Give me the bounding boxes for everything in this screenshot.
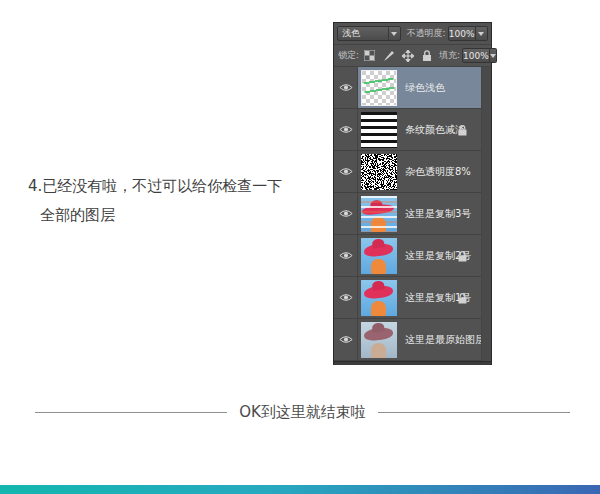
note-line-2: 全部的图层 (28, 201, 282, 230)
layer-row[interactable]: 绿色浅色 (334, 67, 491, 109)
footer-divider: OK到这里就结束啦 (0, 403, 600, 422)
layer-name: 条纹颜色减淡 (405, 123, 465, 137)
bottom-gradient-strip (0, 485, 600, 494)
layer-name: 绿色浅色 (405, 81, 445, 95)
visibility-toggle[interactable] (334, 235, 358, 276)
layer-lock-icon (458, 251, 467, 262)
visibility-toggle[interactable] (334, 67, 358, 108)
photo-hat-shape (363, 284, 393, 299)
fill-dropdown-button[interactable] (490, 48, 497, 63)
eye-icon (339, 251, 353, 260)
layer-row[interactable]: 这里是复制2号 (334, 235, 491, 277)
blend-opacity-bar: 浅色 不透明度: 100% (334, 23, 491, 45)
layer-thumbnail[interactable] (361, 112, 397, 148)
layer-name: 这里是复制3号 (405, 207, 471, 221)
layer-thumbnail[interactable] (361, 280, 397, 316)
visibility-toggle[interactable] (334, 319, 358, 360)
lock-all-icon[interactable] (420, 49, 433, 62)
photo-hat-shape (363, 242, 393, 257)
layers-panel: 浅色 不透明度: 100% 锁定: (333, 22, 492, 365)
visibility-toggle[interactable] (334, 151, 358, 192)
opacity-label: 不透明度: (407, 27, 446, 40)
layer-row[interactable]: 这里是复制1号 (334, 277, 491, 319)
layer-row[interactable]: 杂色透明度8% (334, 151, 491, 193)
layer-row-body[interactable]: 杂色透明度8% (358, 151, 481, 192)
layer-thumbnail[interactable] (361, 154, 397, 190)
green-scribble (363, 76, 394, 95)
fill-input[interactable]: 100% (462, 48, 490, 63)
eye-icon (339, 335, 353, 344)
layer-row-body[interactable]: 条纹颜色减淡 (358, 109, 481, 150)
photo-hat-shape (363, 326, 393, 341)
layer-thumbnail[interactable] (361, 238, 397, 274)
photo-person-shape (371, 301, 386, 316)
layer-name: 这里是最原始图层 (405, 333, 485, 347)
layer-name: 杂色透明度8% (405, 165, 471, 179)
layer-row-body[interactable]: 这里是复制2号 (358, 235, 481, 276)
visibility-toggle[interactable] (334, 193, 358, 234)
layer-row-body[interactable]: 这里是复制1号 (358, 277, 481, 318)
footer-text: OK到这里就结束啦 (239, 403, 366, 422)
lock-position-icon[interactable] (401, 49, 414, 62)
eye-icon (339, 209, 353, 218)
layer-thumbnail[interactable] (361, 70, 397, 106)
layer-row[interactable]: 条纹颜色减淡 (334, 109, 491, 151)
layer-thumbnail[interactable] (361, 196, 397, 232)
lock-icons (363, 49, 433, 62)
layer-lock-icon (458, 293, 467, 304)
layer-row-body[interactable]: 绿色浅色 (358, 67, 481, 108)
eye-icon (339, 83, 353, 92)
noise-texture (361, 154, 397, 190)
note-text: 4.已经没有啦，不过可以给你检查一下 全部的图层 (28, 172, 282, 230)
visibility-toggle[interactable] (334, 277, 358, 318)
lock-label: 锁定: (338, 49, 359, 62)
fill-label: 填充: (439, 49, 460, 62)
layer-row[interactable]: 这里是复制3号 (334, 193, 491, 235)
divider-line-right (378, 412, 570, 413)
panel-bottom-bar (334, 361, 491, 365)
layer-row-body[interactable]: 这里是最原始图层 (358, 319, 485, 360)
lock-transparency-icon[interactable] (363, 49, 376, 62)
lock-fill-bar: 锁定: 填充: 100% (334, 45, 491, 67)
glitch-overlay (361, 196, 397, 232)
eye-icon (339, 125, 353, 134)
eye-icon (339, 167, 353, 176)
opacity-input[interactable]: 100% (448, 26, 476, 41)
layer-lock-icon (458, 125, 467, 136)
layer-row-body[interactable]: 这里是复制3号 (358, 193, 481, 234)
opacity-dropdown-button[interactable] (476, 26, 488, 41)
blend-mode-dropdown[interactable]: 浅色 (337, 26, 401, 41)
panel-scrollbar[interactable] (481, 67, 491, 361)
note-line-1: 4.已经没有啦，不过可以给你检查一下 (28, 172, 282, 201)
layer-thumbnail[interactable] (361, 322, 397, 358)
dropdown-arrow-icon[interactable] (388, 27, 400, 40)
lock-paint-icon[interactable] (382, 49, 395, 62)
divider-line-left (35, 412, 227, 413)
blend-mode-value: 浅色 (338, 27, 388, 40)
eye-icon (339, 293, 353, 302)
photo-person-shape (371, 343, 386, 358)
layer-row[interactable]: 这里是最原始图层 (334, 319, 491, 361)
visibility-toggle[interactable] (334, 109, 358, 150)
photo-person-shape (371, 259, 386, 274)
layers-list: 绿色浅色 条纹颜色减淡 (334, 67, 491, 361)
